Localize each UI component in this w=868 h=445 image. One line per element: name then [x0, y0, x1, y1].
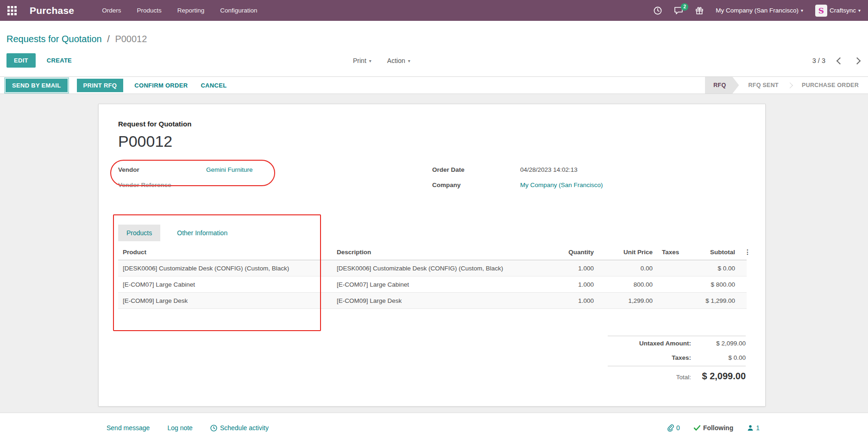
create-button[interactable]: CREATE — [46, 53, 73, 68]
messages-count-badge: 2 — [681, 3, 688, 11]
menu-reporting[interactable]: Reporting — [177, 7, 205, 14]
menu-orders[interactable]: Orders — [102, 7, 121, 14]
document-type-label: Request for Quotation — [118, 120, 746, 128]
order-date-value[interactable]: 04/28/2023 14:02:13 — [520, 166, 578, 173]
column-quantity[interactable]: Quantity — [538, 244, 598, 260]
cell-description[interactable]: [DESK0006] Customizable Desk (CONFIG) (C… — [332, 260, 538, 276]
edit-button[interactable]: EDIT — [6, 53, 36, 68]
chevron-down-icon: ▾ — [369, 58, 371, 63]
avatar: S — [815, 5, 827, 17]
user-menu[interactable]: S Craftsync▾ — [815, 5, 861, 17]
column-taxes[interactable]: Taxes — [657, 244, 692, 260]
vendor-value-link[interactable]: Gemini Furniture — [206, 166, 253, 173]
cell-taxes[interactable] — [657, 276, 692, 293]
tab-products[interactable]: Products — [118, 225, 160, 241]
status-step-purchase-order[interactable]: PURCHASE ORDER — [793, 77, 868, 94]
column-description[interactable]: Description — [332, 244, 538, 260]
cell-description[interactable]: [E-COM09] Large Desk — [332, 293, 538, 309]
company-value-link[interactable]: My Company (San Francisco) — [520, 182, 603, 188]
page-title: P00012 — [118, 132, 746, 150]
breadcrumb-current: P00012 — [115, 34, 147, 44]
control-panel: Requests for Quotation / P00012 EDIT CRE… — [0, 21, 868, 76]
cell-unit-price[interactable]: 800.00 — [598, 276, 657, 293]
pager-next-icon[interactable] — [854, 57, 861, 64]
total-label: Total: — [676, 374, 691, 381]
status-step-rfq-sent[interactable]: RFQ SENT — [739, 77, 788, 94]
status-steps: RFQ RFQ SENT PURCHASE ORDER — [705, 77, 868, 94]
chevron-down-icon: ▾ — [858, 8, 861, 13]
send-message-button[interactable]: Send message — [107, 424, 150, 432]
rfq-form-sheet: Request for Quotation P00012 Vendor Gemi… — [98, 104, 766, 407]
activities-clock-icon[interactable] — [654, 6, 662, 15]
print-rfq-button[interactable]: PRINT RFQ — [77, 79, 124, 92]
untaxed-amount-value: $ 2,099.00 — [691, 340, 746, 347]
cell-subtotal: $ 0.00 — [692, 260, 740, 276]
menu-products[interactable]: Products — [137, 7, 161, 14]
cell-description[interactable]: [E-COM07] Large Cabinet — [332, 276, 538, 293]
apps-grid-icon[interactable] — [7, 6, 18, 16]
send-by-email-button[interactable]: SEND BY EMAIL — [6, 79, 68, 92]
log-note-button[interactable]: Log note — [167, 424, 193, 432]
person-icon — [747, 425, 754, 431]
cell-taxes[interactable] — [657, 293, 692, 309]
app-name[interactable]: Purchase — [30, 5, 74, 16]
paperclip-icon — [667, 424, 674, 432]
untaxed-amount-label: Untaxed Amount: — [639, 340, 691, 347]
cancel-button[interactable]: CANCEL — [199, 79, 228, 92]
cell-quantity[interactable]: 1.000 — [538, 293, 598, 309]
table-row[interactable]: [DESK0006] Customizable Desk (CONFIG) (C… — [118, 260, 747, 276]
followers-button[interactable]: 1 — [747, 424, 760, 432]
cell-product[interactable]: [E-COM07] Large Cabinet — [118, 276, 332, 293]
messages-icon[interactable]: 2 — [674, 6, 683, 15]
column-subtotal[interactable]: Subtotal — [692, 244, 740, 260]
breadcrumb-parent-link[interactable]: Requests for Quotation — [6, 34, 102, 44]
main-menu: Orders Products Reporting Configuration — [102, 7, 257, 14]
chevron-down-icon: ▾ — [801, 8, 803, 13]
status-step-rfq[interactable]: RFQ — [705, 77, 739, 94]
table-row[interactable]: [E-COM07] Large Cabinet [E-COM07] Large … — [118, 276, 747, 293]
cell-subtotal: $ 800.00 — [692, 276, 740, 293]
order-lines-table: Product Description Quantity Unit Price … — [118, 244, 747, 309]
cell-unit-price[interactable]: 0.00 — [598, 260, 657, 276]
print-dropdown[interactable]: Print▾ — [353, 57, 371, 64]
order-date-label: Order Date — [432, 166, 520, 173]
pager-previous-icon[interactable] — [837, 57, 844, 64]
followers-count: 1 — [756, 424, 760, 432]
breadcrumb: Requests for Quotation / P00012 — [6, 34, 147, 44]
confirm-order-button[interactable]: CONFIRM ORDER — [132, 79, 189, 92]
cell-unit-price[interactable]: 1,299.00 — [598, 293, 657, 309]
chatter-footer: Send message Log note Schedule activity … — [0, 413, 868, 445]
gift-icon[interactable] — [695, 6, 704, 15]
cell-subtotal: $ 1,299.00 — [692, 293, 740, 309]
attachments-button[interactable]: 0 — [667, 424, 680, 432]
company-switcher[interactable]: My Company (San Francisco)▾ — [716, 7, 803, 14]
form-statusbar: SEND BY EMAIL PRINT RFQ CONFIRM ORDER CA… — [0, 76, 868, 94]
vendor-label: Vendor — [118, 166, 206, 173]
top-navbar: Purchase Orders Products Reporting Confi… — [0, 0, 868, 21]
chevron-right-icon — [788, 77, 793, 94]
cell-product[interactable]: [DESK0006] Customizable Desk (CONFIG) (C… — [118, 260, 332, 276]
action-dropdown[interactable]: Action▾ — [387, 57, 410, 64]
column-product[interactable]: Product — [118, 244, 332, 260]
taxes-value: $ 0.00 — [691, 354, 746, 361]
purchase-app-page: Purchase Orders Products Reporting Confi… — [0, 0, 868, 445]
menu-configuration[interactable]: Configuration — [220, 7, 257, 14]
cell-quantity[interactable]: 1.000 — [538, 276, 598, 293]
following-toggle[interactable]: Following — [694, 424, 733, 432]
taxes-label: Taxes: — [672, 354, 691, 361]
cell-taxes[interactable] — [657, 260, 692, 276]
column-unit-price[interactable]: Unit Price — [598, 244, 657, 260]
cell-product[interactable]: [E-COM09] Large Desk — [118, 293, 332, 309]
optional-columns-icon[interactable]: ⋮ — [744, 248, 751, 256]
schedule-activity-button[interactable]: Schedule activity — [210, 424, 269, 432]
form-view-background: Request for Quotation P00012 Vendor Gemi… — [0, 94, 868, 413]
tab-other-information[interactable]: Other Information — [169, 225, 236, 241]
check-icon — [694, 425, 700, 431]
pager-count: 3 / 3 — [812, 57, 825, 64]
notebook-tabs: Products Other Information — [118, 225, 746, 241]
navbar-right: 2 My Company (San Francisco)▾ S Craftsyn… — [654, 5, 861, 17]
table-row[interactable]: [E-COM09] Large Desk [E-COM09] Large Des… — [118, 293, 747, 309]
vendor-reference-label: Vendor Reference — [118, 182, 206, 188]
total-value: $ 2,099.00 — [691, 371, 746, 382]
cell-quantity[interactable]: 1.000 — [538, 260, 598, 276]
